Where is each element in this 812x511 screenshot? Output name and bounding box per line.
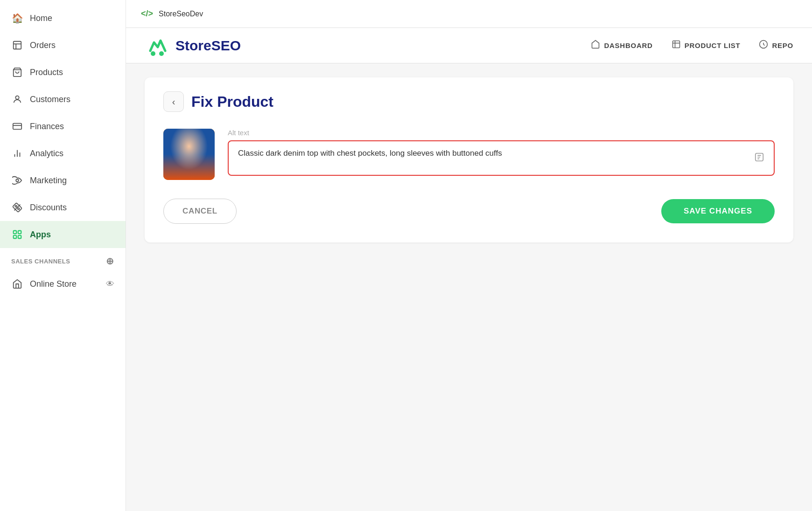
page-title-row: ‹ Fix Product [163, 91, 775, 112]
finances-icon [11, 120, 23, 132]
svg-point-10 [16, 179, 19, 182]
action-buttons: CANCEL SAVE CHANGES [163, 199, 775, 224]
sidebar-item-apps[interactable]: Apps [0, 221, 126, 248]
save-changes-button[interactable]: SAVE CHANGES [661, 199, 775, 223]
customers-icon [11, 93, 23, 105]
svg-rect-15 [18, 231, 21, 234]
app-nav: DASHBOARD PRODUCT LIST REPO [591, 40, 793, 51]
add-sales-channel-icon[interactable]: ⊕ [106, 256, 114, 267]
nav-item-product-list[interactable]: PRODUCT LIST [672, 40, 741, 51]
svg-rect-17 [18, 235, 21, 238]
svg-rect-25 [163, 129, 215, 180]
svg-point-11 [15, 205, 17, 207]
store-name: StoreSeoDev [159, 10, 203, 18]
svg-rect-5 [13, 124, 21, 130]
svg-rect-31 [189, 147, 194, 150]
product-edit-section: Alt text [163, 129, 775, 180]
svg-rect-30 [184, 147, 189, 150]
sidebar-item-discounts[interactable]: Discounts [0, 194, 126, 221]
alt-text-label: Alt text [228, 129, 775, 137]
product-image [163, 129, 215, 180]
svg-point-28 [182, 141, 196, 156]
svg-rect-16 [14, 235, 16, 238]
sidebar-item-products[interactable]: Products [0, 59, 126, 86]
page-title: Fix Product [191, 93, 273, 110]
reports-icon [759, 40, 768, 51]
sidebar-item-finances[interactable]: Finances [0, 113, 126, 140]
home-icon: 🏠 [11, 12, 23, 24]
sales-channels-label: SALES CHANNELS [11, 258, 70, 265]
svg-point-27 [174, 154, 204, 180]
page-card: ‹ Fix Product [145, 77, 793, 242]
nav-product-list-label: PRODUCT LIST [685, 41, 741, 49]
discounts-icon [11, 201, 23, 214]
sidebar-item-analytics[interactable]: Analytics [0, 140, 126, 167]
topbar: </> StoreSeoDev [126, 0, 812, 28]
sidebar-item-label: Analytics [30, 149, 63, 159]
analytics-icon [11, 147, 23, 159]
svg-point-20 [159, 51, 164, 56]
logo-icon [145, 33, 170, 58]
sidebar-item-customers[interactable]: Customers [0, 86, 126, 113]
code-icon: </> [141, 9, 153, 19]
svg-rect-26 [163, 129, 215, 154]
sidebar-item-label: Orders [30, 41, 56, 50]
app-logo-text: StoreSEO [175, 38, 241, 54]
sidebar-item-orders[interactable]: Orders [0, 32, 126, 59]
sidebar-item-label: Finances [30, 122, 64, 131]
nav-dashboard-label: DASHBOARD [604, 41, 652, 49]
dashboard-icon [591, 40, 600, 51]
product-list-icon [672, 40, 681, 51]
svg-point-29 [181, 137, 197, 148]
nav-reports-label: REPO [772, 41, 793, 49]
sidebar: 🏠 Home Orders Products Customers Finance… [0, 0, 126, 511]
alt-text-input[interactable] [238, 149, 749, 167]
alt-text-input-wrapper[interactable] [228, 140, 775, 176]
sidebar-item-label: Customers [30, 95, 70, 104]
sidebar-item-label: Products [30, 68, 63, 77]
sidebar-item-home[interactable]: 🏠 Home [0, 5, 126, 32]
apps-icon [11, 228, 23, 241]
marketing-icon [11, 174, 23, 186]
alt-text-block: Alt text [228, 129, 775, 176]
svg-rect-21 [672, 41, 679, 48]
content-area: ‹ Fix Product [126, 63, 812, 511]
sidebar-item-label: Apps [30, 230, 51, 240]
svg-point-4 [15, 96, 19, 99]
ai-assist-icon [754, 152, 764, 165]
cancel-button[interactable]: CANCEL [163, 199, 237, 224]
orders-icon [11, 39, 23, 51]
nav-item-reports[interactable]: REPO [759, 40, 793, 51]
svg-rect-0 [14, 41, 21, 49]
svg-point-19 [151, 51, 155, 56]
app-header: StoreSEO DASHBOARD PRODUCT LIST REPO [126, 28, 812, 63]
products-icon [11, 66, 23, 78]
app-logo: StoreSEO [145, 33, 241, 58]
sidebar-item-label: Home [30, 14, 52, 23]
main-content: </> StoreSeoDev StoreSEO DASHBOARD [126, 0, 812, 511]
svg-rect-14 [14, 231, 16, 234]
nav-item-dashboard[interactable]: DASHBOARD [591, 40, 652, 51]
sidebar-item-label: Marketing [30, 176, 67, 186]
online-store-label: Online Store [30, 279, 77, 289]
sales-channels-section: SALES CHANNELS ⊕ [0, 248, 126, 270]
sidebar-item-label: Discounts [30, 203, 67, 213]
online-store-icon [11, 278, 23, 290]
svg-point-12 [18, 208, 20, 210]
sidebar-item-marketing[interactable]: Marketing [0, 167, 126, 194]
sidebar-item-online-store[interactable]: Online Store 👁 [0, 270, 126, 297]
back-button[interactable]: ‹ [163, 91, 184, 112]
online-store-view-icon[interactable]: 👁 [106, 279, 114, 289]
